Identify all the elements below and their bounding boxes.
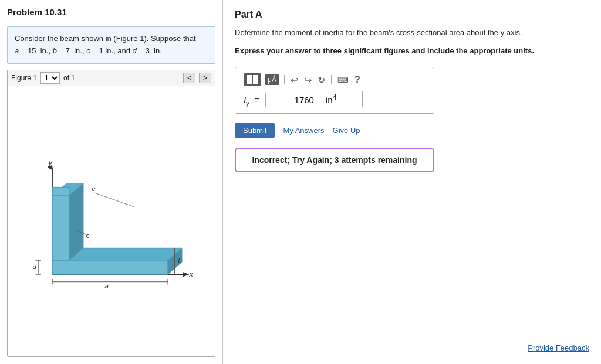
answer-value-input[interactable] — [265, 93, 318, 107]
problem-title: Problem 10.31 — [7, 7, 215, 17]
figure-select[interactable]: 1 — [40, 72, 60, 84]
feedback-message: Incorrect; Try Again; 3 attempts remaini… — [235, 148, 434, 172]
answer-toolbar: μÅ ↩ ↪ ↻ ⌨ ? — [244, 73, 426, 86]
submit-button[interactable]: Submit — [235, 123, 275, 138]
answer-subscript: y — [246, 100, 249, 107]
beam-diagram: x y — [18, 151, 205, 291]
figure-of: of 1 — [63, 74, 75, 82]
help-button[interactable]: ? — [353, 74, 362, 85]
answer-label: Iy = — [244, 95, 262, 107]
part-instruction: Express your answer to three significant… — [235, 46, 589, 55]
svg-text:a: a — [104, 283, 109, 290]
svg-text:d: d — [32, 263, 36, 270]
figure-prev-button[interactable]: < — [183, 73, 195, 83]
svg-marker-4 — [52, 260, 168, 274]
undo-button[interactable]: ↩ — [289, 74, 299, 86]
redo-button[interactable]: ↪ — [303, 74, 313, 86]
svg-marker-9 — [69, 183, 83, 261]
part-title: Part A — [235, 9, 589, 20]
svg-text:c: c — [92, 185, 95, 192]
toolbar-separator — [284, 75, 285, 84]
answer-box: μÅ ↩ ↪ ↻ ⌨ ? Iy = — [235, 67, 434, 114]
svg-line-16 — [94, 193, 134, 207]
keyboard-button[interactable]: ⌨ — [336, 76, 350, 84]
svg-marker-7 — [69, 248, 182, 260]
svg-text:y: y — [48, 159, 52, 167]
answer-unit-exp: 4 — [333, 93, 337, 101]
svg-text:b: b — [178, 257, 182, 264]
left-panel: Problem 10.31 Consider the beam shown in… — [0, 0, 223, 364]
description-line1: Consider the beam shown in (Figure 1). S… — [15, 34, 196, 43]
action-row: Submit My Answers Give Up — [235, 123, 589, 138]
toolbar-separator-2 — [331, 75, 332, 84]
answer-row: Iy = in4 — [244, 91, 426, 107]
grid-icon-button[interactable] — [244, 73, 261, 86]
figure-next-button[interactable]: > — [199, 73, 211, 83]
figure-container: Figure 1 1 of 1 < > — [7, 70, 215, 357]
description-line2: a = 15 in., b = 7 in., c = 1 in., and d … — [15, 46, 162, 55]
figure-image-area: x y — [8, 86, 215, 356]
grid-icon — [247, 75, 258, 84]
part-question: Determine the moment of inertia for the … — [235, 28, 589, 37]
provide-feedback-button[interactable]: Provide Feedback — [528, 343, 589, 352]
svg-marker-5 — [52, 196, 69, 260]
my-answers-button[interactable]: My Answers — [283, 126, 324, 135]
give-up-button[interactable]: Give Up — [333, 126, 360, 135]
refresh-button[interactable]: ↻ — [316, 74, 326, 86]
mu-button[interactable]: μÅ — [265, 74, 279, 85]
svg-marker-10 — [52, 188, 69, 196]
figure-label: Figure 1 — [11, 74, 37, 82]
figure-toolbar: Figure 1 1 of 1 < > — [8, 70, 215, 86]
svg-text:x: x — [188, 270, 193, 278]
right-panel: Part A Determine the moment of inertia f… — [223, 0, 601, 364]
problem-description: Consider the beam shown in (Figure 1). S… — [7, 26, 215, 64]
answer-unit-display: in4 — [322, 91, 363, 107]
